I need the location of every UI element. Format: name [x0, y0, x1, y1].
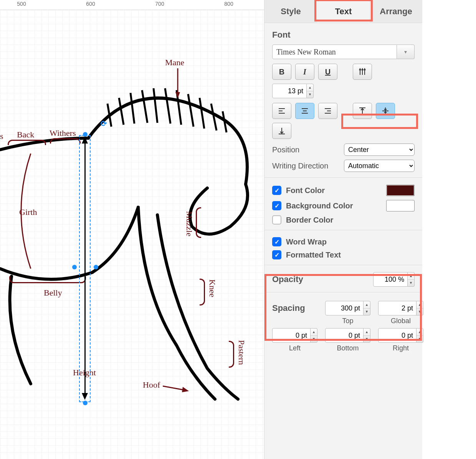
italic-button[interactable]: I — [295, 64, 314, 80]
horse-diagram[interactable] — [0, 61, 261, 414]
opacity-input[interactable] — [373, 272, 408, 287]
spacing-top-label: Top — [325, 317, 370, 325]
spacing-bottom-field[interactable]: ▲▼ — [325, 328, 370, 343]
girth-curve — [8, 154, 38, 269]
tab-text[interactable]: Text — [317, 0, 370, 23]
label-back[interactable]: Back — [17, 130, 34, 140]
ruler-tick: 800 — [224, 1, 233, 7]
spacing-right-input[interactable] — [378, 328, 416, 343]
selection-handle[interactable] — [83, 401, 88, 405]
spacing-top-input[interactable] — [325, 301, 364, 315]
label-pastern[interactable]: Pastern — [236, 340, 246, 365]
spacing-right-field[interactable]: ▲▼ — [378, 328, 423, 343]
chevron-down-icon[interactable]: ▾ — [397, 45, 415, 59]
underline-button[interactable]: U — [318, 64, 337, 80]
label-hoof[interactable]: Hoof — [143, 380, 160, 390]
spacing-bottom-input[interactable] — [325, 328, 364, 343]
formatted-text-checkbox[interactable]: ✓ — [272, 250, 281, 259]
brace-icon — [9, 276, 86, 283]
font-color-swatch[interactable] — [386, 185, 415, 196]
label-mane[interactable]: Mane — [165, 58, 184, 68]
spinner-icon[interactable]: ▲▼ — [416, 301, 423, 315]
background-color-swatch[interactable] — [386, 200, 415, 211]
spacing-left-label: Left — [272, 344, 317, 352]
spacing-top-field[interactable]: ▲▼ — [325, 301, 370, 315]
border-color-checkbox[interactable] — [272, 215, 281, 225]
ruler-tick: 600 — [86, 1, 95, 7]
arrow-icon — [163, 381, 190, 393]
font-color-checkbox[interactable]: ✓ — [272, 186, 281, 195]
align-left-button[interactable] — [272, 103, 291, 119]
font-color-label: Font Color — [286, 186, 382, 195]
spinner-icon[interactable]: ▲▼ — [311, 328, 317, 343]
spinner-icon[interactable]: ▲▼ — [307, 84, 314, 98]
valign-middle-button[interactable] — [376, 103, 395, 119]
label-belly[interactable]: Belly — [44, 288, 62, 298]
position-label: Position — [272, 145, 344, 154]
writing-direction-select[interactable]: Automatic — [344, 160, 415, 172]
ruler-tick: 500 — [17, 1, 26, 7]
spinner-icon[interactable]: ▲▼ — [364, 301, 370, 315]
spacing-global-field[interactable]: ▲▼ — [378, 301, 423, 315]
valign-top-button[interactable] — [353, 103, 372, 119]
label-knee[interactable]: Knee — [207, 279, 217, 297]
rotate-handle[interactable]: ⟳ — [101, 119, 107, 128]
svg-marker-1 — [175, 92, 180, 98]
arrow-icon — [172, 68, 183, 99]
font-family-value: Times New Roman — [272, 45, 397, 59]
spinner-icon[interactable]: ▲▼ — [408, 272, 415, 287]
canvas-area[interactable]: 500 600 700 800 Mane — [0, 0, 264, 459]
valign-bottom-button[interactable] — [272, 123, 291, 139]
opacity-title: Opacity — [272, 274, 373, 284]
formatted-text-label: Formatted Text — [286, 251, 415, 259]
label-partial[interactable]: s — [0, 131, 3, 141]
spinner-icon[interactable]: ▲▼ — [416, 328, 423, 343]
align-center-button[interactable] — [295, 103, 314, 119]
brace-icon — [200, 279, 205, 305]
spacing-left-input[interactable] — [272, 328, 311, 343]
bold-button[interactable]: B — [272, 64, 291, 80]
arrowhead-icon — [82, 393, 88, 400]
spacing-right-label: Right — [378, 344, 423, 352]
position-select[interactable]: Center — [344, 144, 415, 156]
writing-direction-label: Writing Direction — [272, 162, 344, 170]
brace-icon — [8, 140, 46, 145]
align-right-button[interactable] — [318, 103, 337, 119]
font-section: Font Times New Roman ▾ B I U ▲▼ — [264, 23, 422, 178]
label-muzzle[interactable]: Muzzle — [184, 211, 194, 236]
spacing-global-label: Global — [378, 317, 423, 325]
ruler-tick: 700 — [155, 1, 164, 7]
spacing-bottom-label: Bottom — [325, 344, 370, 352]
arrowhead-icon — [82, 137, 88, 144]
brace-icon — [196, 207, 201, 238]
label-withers[interactable]: Withers — [50, 128, 76, 138]
svg-line-2 — [163, 386, 184, 390]
selection-handle[interactable] — [83, 132, 88, 137]
font-size-field[interactable]: ▲▼ — [272, 84, 314, 98]
brace-icon — [229, 341, 234, 368]
spacing-left-field[interactable]: ▲▼ — [272, 328, 317, 343]
background-color-label: Background Color — [286, 201, 382, 210]
background-color-checkbox[interactable]: ✓ — [272, 201, 281, 210]
spacing-title: Spacing — [272, 303, 305, 313]
border-color-label: Border Color — [286, 216, 415, 225]
word-wrap-label: Word Wrap — [286, 238, 415, 246]
opacity-section: Opacity ▲▼ — [264, 265, 422, 292]
dimension-line[interactable] — [84, 143, 86, 395]
word-wrap-checkbox[interactable]: ✓ — [272, 237, 281, 246]
ruler-horizontal: 500 600 700 800 — [0, 0, 264, 10]
brace-icon — [50, 138, 81, 144]
font-family-select[interactable]: Times New Roman ▾ — [272, 45, 415, 59]
spinner-icon[interactable]: ▲▼ — [364, 328, 370, 343]
wrap-section: ✓ Word Wrap ✓ Formatted Text — [264, 230, 422, 265]
selection-handle[interactable] — [94, 265, 98, 269]
tab-arrange[interactable]: Arrange — [370, 0, 422, 23]
colors-section: ✓ Font Color ✓ Background Color Border C… — [264, 178, 422, 230]
selection-handle[interactable] — [72, 265, 77, 269]
tab-style[interactable]: Style — [264, 0, 317, 23]
opacity-field[interactable]: ▲▼ — [373, 272, 415, 287]
vertical-text-button[interactable] — [353, 64, 372, 80]
spacing-global-input[interactable] — [378, 301, 416, 315]
font-size-input[interactable] — [272, 84, 307, 98]
font-title: Font — [272, 30, 415, 40]
